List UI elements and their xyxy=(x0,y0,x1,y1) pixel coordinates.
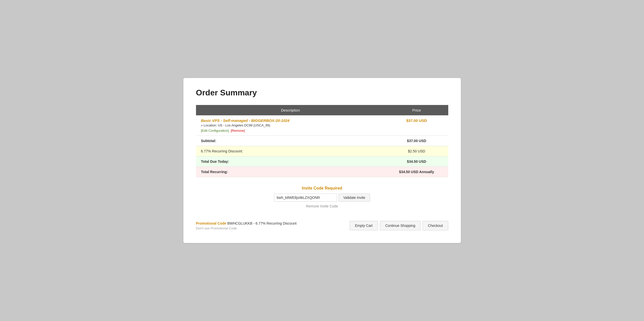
edit-configuration-link[interactable]: [Edit Configuration] xyxy=(201,129,229,132)
validate-invite-button[interactable]: Validate Invite xyxy=(339,194,370,202)
subtotal-label: Subtotal: xyxy=(196,136,385,146)
total-recurring-row: Total Recurring: $34.50 USD Annually xyxy=(196,167,448,177)
product-name: Basic VPS - Self-managed - BIGGERBOX-20-… xyxy=(201,118,380,123)
order-table: Description Price Basic VPS - Self-manag… xyxy=(196,105,448,177)
promo-label: Promotional Code xyxy=(196,221,227,225)
promo-section: Promotional Code BWHCGLUKKB - 6.77% Recu… xyxy=(196,221,297,230)
product-row: Basic VPS - Self-managed - BIGGERBOX-20-… xyxy=(196,115,448,136)
product-links: [Edit Configuration] [Remove] xyxy=(201,129,380,132)
promo-text: BWHCGLUKKB - 6.77% Recurring Discount xyxy=(227,221,297,225)
subtotal-row: Subtotal: $37.00 USD xyxy=(196,136,448,146)
product-description-cell: Basic VPS - Self-managed - BIGGERBOX-20-… xyxy=(196,115,385,136)
promo-info: Promotional Code BWHCGLUKKB - 6.77% Recu… xyxy=(196,221,297,225)
action-buttons: Empty Cart Continue Shopping Checkout xyxy=(350,221,448,230)
footer-section: Promotional Code BWHCGLUKKB - 6.77% Recu… xyxy=(196,213,448,230)
invite-code-title: Invite Code Required xyxy=(196,186,448,191)
empty-cart-button[interactable]: Empty Cart xyxy=(350,221,378,230)
product-price: $37.00 USD xyxy=(406,118,427,123)
total-today-label: Total Due Today: xyxy=(196,156,385,167)
description-header: Description xyxy=(196,105,385,115)
page-title: Order Summary xyxy=(196,88,448,97)
discount-row: 6.77% Recurring Discount: $2.50 USD xyxy=(196,146,448,156)
invite-section: Invite Code Required Validate Invite Rem… xyxy=(196,177,448,213)
continue-shopping-button[interactable]: Continue Shopping xyxy=(380,221,421,230)
remove-invite-code-link[interactable]: Remove Invite Code xyxy=(196,204,448,208)
discount-price: $2.50 USD xyxy=(385,146,448,156)
total-recurring-label: Total Recurring: xyxy=(196,167,385,177)
invite-code-input[interactable] xyxy=(274,194,337,202)
dont-use-promo-link[interactable]: Don't use Promotional Code xyxy=(196,226,297,230)
checkout-button[interactable]: Checkout xyxy=(423,221,448,230)
product-location: » Location: US - Los Angeles DC99 (USCA_… xyxy=(201,123,380,127)
total-today-row: Total Due Today: $34.50 USD xyxy=(196,156,448,167)
invite-input-row: Validate Invite xyxy=(196,194,448,202)
price-header: Price xyxy=(385,105,448,115)
discount-label: 6.77% Recurring Discount: xyxy=(196,146,385,156)
order-summary-card: Order Summary Description Price Basic VP… xyxy=(183,78,461,243)
subtotal-price: $37.00 USD xyxy=(385,136,448,146)
product-price-cell: $37.00 USD xyxy=(385,115,448,136)
total-recurring-price: $34.50 USD Annually xyxy=(385,167,448,177)
remove-product-link[interactable]: [Remove] xyxy=(231,129,245,132)
total-today-price: $34.50 USD xyxy=(385,156,448,167)
